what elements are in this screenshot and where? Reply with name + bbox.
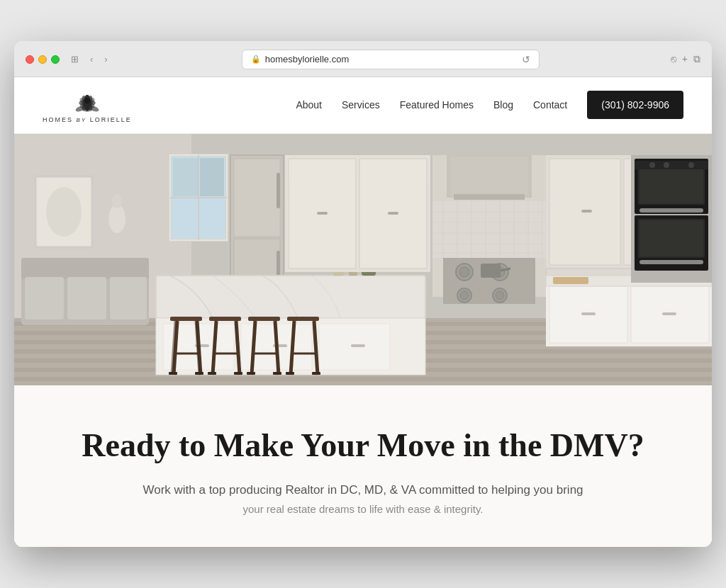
svg-rect-37 — [234, 159, 280, 237]
svg-rect-128 — [640, 208, 703, 213]
svg-rect-68 — [273, 372, 281, 375]
browser-window: ⊞ ‹ › 🔒 homesbylorielle.com ↺ ⎋ + ⧉ — [14, 41, 712, 548]
svg-point-88 — [460, 291, 469, 300]
svg-rect-124 — [635, 161, 708, 169]
minimize-button[interactable] — [38, 55, 47, 64]
svg-rect-63 — [248, 317, 280, 321]
svg-rect-48 — [351, 344, 365, 347]
svg-rect-80 — [450, 157, 528, 196]
nav-item-services[interactable]: Services — [342, 98, 380, 111]
svg-rect-22 — [21, 258, 149, 279]
svg-rect-123 — [640, 167, 703, 203]
reload-icon[interactable]: ↺ — [522, 54, 530, 65]
svg-rect-91 — [481, 264, 501, 278]
svg-rect-34 — [173, 158, 199, 196]
logo-icon — [69, 86, 105, 115]
svg-rect-136 — [317, 212, 328, 215]
phone-cta-button[interactable]: (301) 802-9906 — [587, 91, 683, 119]
svg-rect-132 — [640, 260, 703, 264]
nav-item-contact[interactable]: Contact — [533, 98, 567, 111]
svg-point-125 — [649, 162, 655, 168]
close-button[interactable] — [26, 55, 34, 64]
svg-rect-23 — [25, 277, 64, 320]
url-text: homesbylorielle.com — [265, 54, 350, 64]
subtext-line1: Work with a top producing Realtor in DC,… — [143, 483, 583, 497]
nav-link-services[interactable]: Services — [342, 99, 380, 111]
nav-link-blog[interactable]: Blog — [493, 99, 513, 111]
main-heading: Ready to Make Your Move in the DMV? — [43, 428, 683, 464]
svg-rect-116 — [581, 312, 596, 315]
nav-link-featured-homes[interactable]: Featured Homes — [400, 99, 474, 111]
svg-rect-53 — [169, 372, 177, 375]
hero-image — [14, 134, 712, 385]
nav-item-about[interactable]: About — [296, 98, 322, 111]
browser-titlebar: ⊞ ‹ › 🔒 homesbylorielle.com ↺ ⎋ + ⧉ — [14, 41, 712, 77]
forward-button[interactable]: › — [101, 52, 110, 66]
traffic-lights — [26, 55, 60, 64]
nav-link-about[interactable]: About — [296, 99, 322, 111]
svg-rect-39 — [277, 173, 280, 208]
svg-rect-81 — [454, 194, 525, 200]
svg-rect-62 — [234, 372, 242, 375]
svg-point-84 — [459, 267, 469, 277]
svg-point-90 — [496, 291, 504, 300]
fullscreen-button[interactable] — [51, 55, 60, 64]
website-content: HOMES by LORIELLE About Services Feature… — [14, 77, 712, 548]
svg-rect-74 — [312, 372, 320, 375]
svg-rect-119 — [553, 277, 588, 284]
svg-point-28 — [108, 205, 125, 233]
svg-rect-137 — [388, 212, 398, 215]
svg-rect-35 — [200, 158, 224, 196]
share-icon[interactable]: ⎋ — [671, 53, 676, 65]
svg-point-127 — [688, 162, 694, 168]
nav-links: About Services Featured Homes Blog Conta… — [296, 98, 683, 111]
svg-rect-110 — [581, 210, 592, 213]
svg-rect-20 — [14, 377, 712, 381]
new-tab-icon[interactable]: + — [682, 53, 688, 65]
svg-rect-25 — [110, 277, 147, 320]
windows-icon[interactable]: ⧉ — [693, 53, 700, 65]
nav-item-blog[interactable]: Blog — [493, 98, 513, 111]
svg-rect-24 — [67, 277, 106, 320]
subtext-line2: your real estate dreams to life with eas… — [242, 503, 483, 515]
address-bar[interactable]: 🔒 homesbylorielle.com ↺ — [242, 50, 540, 69]
content-section: Ready to Make Your Move in the DMV? Work… — [14, 385, 712, 548]
svg-rect-41 — [156, 276, 425, 318]
nav-item-cta[interactable]: (301) 802-9906 — [587, 98, 683, 111]
lock-icon: 🔒 — [251, 55, 261, 64]
svg-rect-57 — [209, 317, 241, 321]
nav-item-featured-homes[interactable]: Featured Homes — [400, 98, 474, 111]
svg-rect-69 — [287, 317, 319, 321]
back-button[interactable]: ‹ — [87, 52, 96, 66]
svg-rect-131 — [640, 220, 703, 256]
svg-rect-117 — [662, 312, 676, 315]
navigation: HOMES by LORIELLE About Services Feature… — [14, 77, 712, 134]
svg-rect-61 — [208, 372, 216, 375]
svg-point-10 — [82, 108, 91, 112]
svg-rect-49 — [170, 317, 202, 321]
browser-actions: ⎋ + ⧉ — [671, 53, 700, 65]
logo-text: HOMES by LORIELLE — [43, 116, 132, 123]
window-grid-icon[interactable]: ⊞ — [68, 52, 82, 66]
kitchen-illustration — [14, 134, 712, 385]
svg-point-126 — [664, 162, 669, 168]
svg-point-29 — [111, 194, 123, 208]
browser-controls: ⊞ ‹ › — [68, 52, 111, 66]
svg-rect-73 — [286, 372, 294, 375]
logo[interactable]: HOMES by LORIELLE — [43, 86, 132, 123]
svg-point-27 — [46, 187, 82, 237]
subtext: Work with a top producing Realtor in DC,… — [122, 480, 604, 519]
svg-point-7 — [84, 98, 90, 103]
svg-rect-67 — [247, 372, 255, 375]
svg-rect-93 — [432, 201, 546, 258]
nav-link-contact[interactable]: Contact — [533, 99, 567, 111]
